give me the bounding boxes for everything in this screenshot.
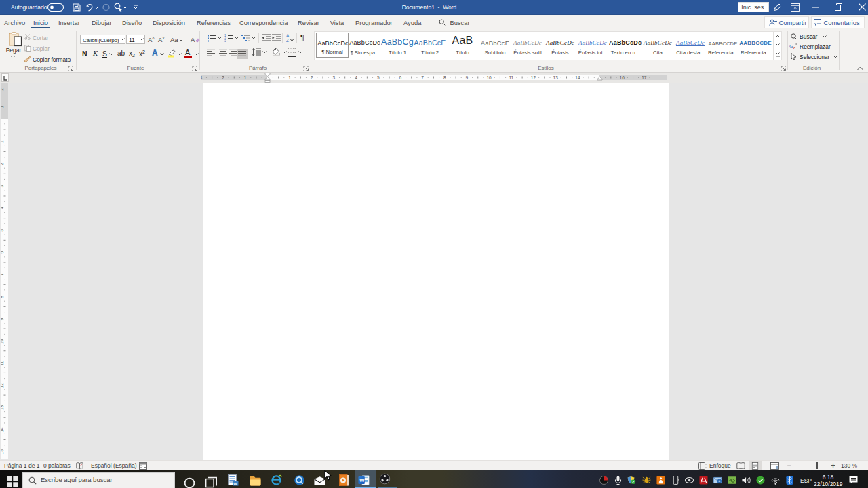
- svg-text:13: 13: [553, 75, 559, 80]
- svg-text:10: 10: [486, 75, 492, 80]
- svg-text:17: 17: [642, 75, 647, 80]
- svg-text:10: 10: [1, 338, 4, 344]
- svg-text:5: 5: [377, 75, 380, 80]
- svg-text:2: 2: [311, 75, 313, 80]
- svg-text:8: 8: [1, 296, 4, 298]
- svg-text:3: 3: [1, 184, 4, 187]
- svg-text:c: c: [793, 46, 795, 50]
- svg-text:9: 9: [1, 318, 4, 321]
- svg-text:3: 3: [333, 75, 336, 80]
- svg-text:6: 6: [399, 75, 402, 80]
- svg-text:11: 11: [509, 75, 513, 80]
- svg-text:12: 12: [1, 383, 4, 388]
- svg-text:W: W: [233, 482, 237, 486]
- svg-text:7: 7: [421, 75, 424, 80]
- svg-text:1: 1: [244, 75, 247, 80]
- svg-text:4: 4: [355, 75, 357, 80]
- svg-text:1: 1: [1, 106, 4, 108]
- svg-text:16: 16: [620, 75, 625, 80]
- svg-text:2: 2: [1, 163, 4, 165]
- svg-text:8: 8: [443, 75, 446, 80]
- svg-text:12: 12: [531, 75, 536, 80]
- svg-text:14: 14: [575, 75, 580, 80]
- svg-text:9: 9: [466, 75, 469, 80]
- svg-text:7: 7: [1, 273, 4, 276]
- svg-text:4: 4: [1, 207, 4, 209]
- svg-text:5: 5: [1, 229, 4, 232]
- svg-text:1: 1: [288, 75, 291, 80]
- svg-text:3: 3: [201, 75, 202, 80]
- svg-text:2: 2: [1, 88, 4, 91]
- svg-text:A: A: [286, 33, 290, 38]
- svg-text:2: 2: [222, 75, 224, 80]
- svg-text:3: 3: [224, 39, 226, 43]
- svg-text:6: 6: [1, 251, 4, 253]
- svg-text:11: 11: [1, 361, 4, 365]
- svg-text:14: 14: [1, 427, 4, 432]
- svg-text:13: 13: [1, 405, 4, 410]
- svg-text:Z: Z: [286, 38, 289, 42]
- svg-text:W: W: [359, 477, 365, 483]
- svg-text:15: 15: [1, 449, 4, 455]
- svg-text:1: 1: [1, 140, 4, 143]
